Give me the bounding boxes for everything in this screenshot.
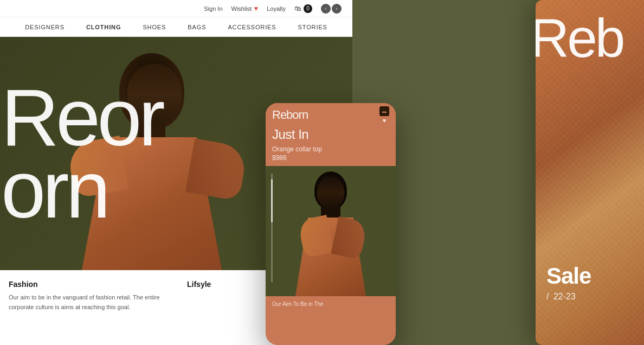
phone-bottom-text: Our Aim To Be in The [272,301,389,308]
phone-heart-icon: ♥ [383,117,387,124]
cart-icon: 🛍 [294,4,301,12]
slash-icon: / [546,292,549,302]
cart-count: 0 [304,4,312,13]
wishlist-link[interactable]: Wishlist ♥ [231,4,259,12]
tablet-reborn-text: Reb [536,11,623,65]
fashion-title: Fashion [9,280,165,289]
person-face [127,64,182,124]
tablet-date-range: 22-23 [553,292,576,301]
tablet-content: Reb Sale / 22-23 [536,0,644,345]
phone-just-in-label: Just In [272,127,389,142]
signin-link[interactable]: Sign In [204,5,222,12]
person-shoulder-left [66,136,129,199]
loyalty-label: Loyalty [267,5,286,12]
forward-button[interactable]: › [332,4,342,14]
tablet-reborn-label: Reb [536,8,623,68]
nav-accessories[interactable]: ACCESSORIES [228,22,276,33]
nav-arrows: ‹ › [321,4,342,14]
person-shoulder-right [185,138,248,201]
heart-icon: ♥ [254,4,258,12]
nav-shoes[interactable]: SHOES [143,22,166,33]
wishlist-label: Wishlist [231,5,252,12]
fashion-text: Our aim to be in the vanguard of fashion… [9,293,165,312]
phone-person [287,166,374,296]
nav-designers[interactable]: DESIGNERS [25,22,65,33]
person-area [54,37,255,270]
phone-person-wrapper [266,166,396,296]
loyalty-link[interactable]: Loyalty [267,5,286,12]
main-navigation: DESIGNERS CLOTHING SHOES BAGS ACCESSORIE… [0,17,352,37]
tablet-sale-dates: / 22-23 [546,292,591,302]
phone-topbar: Reborn ▬ ♥ [266,103,396,123]
nav-stories[interactable]: STORIES [298,22,327,33]
mobile-phone: Reborn ▬ ♥ Just In Orange collar top $98… [266,103,396,345]
tv-icon-glyph: ▬ [382,109,387,114]
nav-clothing[interactable]: CLOTHING [86,22,121,33]
phone-product-name: Orange collar top [272,145,389,153]
phone-product-info: Just In Orange collar top $986 [266,123,396,166]
phone-image-area [266,166,396,296]
signin-label: Sign In [204,5,222,12]
phone-brand-text: Reborn [272,108,308,122]
phone-tv-icon: ▬ [379,106,389,116]
tablet-sale-section: Sale / 22-23 [546,265,591,302]
phone-face [317,177,344,208]
back-button[interactable]: ‹ [321,4,331,14]
fashion-column: Fashion Our aim to be in the vanguard of… [9,280,165,335]
nav-bags[interactable]: BAGS [188,22,206,33]
phone-product-price: $986 [272,154,389,162]
phone-scroll-bar [271,174,273,282]
tablet-sale-label: Sale [546,265,591,288]
cart-button[interactable]: 🛍 0 [294,4,312,13]
phone-bottom: Our Aim To Be in The [266,296,396,312]
phone-icons: ▬ ♥ [379,106,389,124]
phone-scroll-thumb [271,179,273,222]
browser-topbar: Sign In Wishlist ♥ Loyalty 🛍 0 ‹ › [0,0,352,17]
tablet-right: Reb Sale / 22-23 [536,0,644,345]
